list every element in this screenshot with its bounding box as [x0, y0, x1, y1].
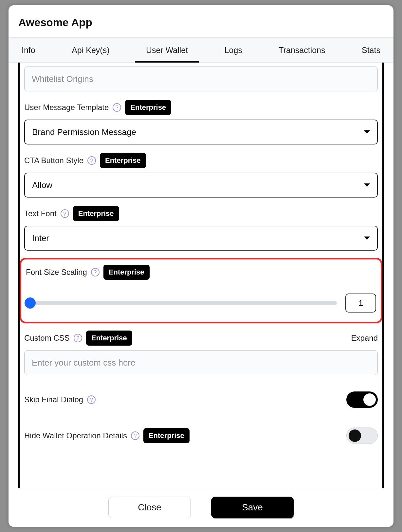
font-size-scaling-slider[interactable] [26, 301, 337, 305]
tab-api-keys[interactable]: Api Key(s) [70, 38, 111, 62]
label-row: Hide Wallet Operation Details ? Enterpri… [24, 428, 190, 443]
select-value: Allow [32, 180, 52, 190]
help-icon[interactable]: ? [61, 209, 69, 218]
modal-backdrop: Awesome App Info Api Key(s) User Wallet … [0, 0, 402, 532]
enterprise-badge: Enterprise [86, 331, 132, 346]
label-row: Skip Final Dialog ? [24, 395, 96, 404]
chevron-down-icon [364, 183, 370, 187]
skip-final-dialog-toggle[interactable] [346, 391, 378, 408]
enterprise-badge: Enterprise [125, 100, 171, 115]
modal-header: Awesome App [9, 5, 393, 37]
enterprise-badge: Enterprise [103, 265, 150, 280]
close-button[interactable]: Close [108, 497, 191, 518]
content-area: User Message Template ? Enterprise Brand… [9, 63, 393, 488]
tab-info[interactable]: Info [20, 38, 37, 62]
highlighted-region: Font Size Scaling ? Enterprise 1 [20, 258, 382, 323]
field-label: Font Size Scaling [26, 268, 87, 277]
tabs-bar: Info Api Key(s) User Wallet Logs Transac… [9, 37, 393, 63]
enterprise-badge: Enterprise [73, 206, 119, 221]
tab-stats[interactable]: Stats [360, 38, 382, 62]
help-icon[interactable]: ? [87, 395, 96, 404]
field-skip-final-dialog: Skip Final Dialog ? [24, 391, 378, 408]
label-row: Text Font ? Enterprise [24, 206, 378, 221]
modal-title: Awesome App [18, 16, 384, 29]
toggle-knob [363, 393, 376, 406]
label-row: CTA Button Style ? Enterprise [24, 153, 378, 168]
help-icon[interactable]: ? [131, 431, 139, 440]
enterprise-badge: Enterprise [143, 428, 190, 443]
field-hide-wallet-op-details: Hide Wallet Operation Details ? Enterpri… [24, 428, 378, 444]
text-font-select[interactable]: Inter [24, 226, 378, 251]
save-button[interactable]: Save [211, 497, 294, 518]
font-size-scaling-value[interactable]: 1 [345, 294, 376, 313]
user-message-template-select[interactable]: Brand Permission Message [24, 120, 378, 144]
font-size-scaling-slider-row: 1 [26, 294, 376, 313]
label-row: Custom CSS ? Enterprise Expand [24, 331, 378, 346]
chevron-down-icon [364, 237, 370, 240]
hide-wallet-op-toggle[interactable] [346, 428, 378, 444]
help-icon[interactable]: ? [87, 156, 96, 165]
field-user-message-template: User Message Template ? Enterprise Brand… [24, 100, 378, 144]
label-row: Font Size Scaling ? Enterprise [26, 265, 376, 280]
settings-modal: Awesome App Info Api Key(s) User Wallet … [9, 5, 393, 527]
toggle-knob [349, 429, 361, 442]
tab-logs[interactable]: Logs [223, 38, 244, 62]
field-label: Hide Wallet Operation Details [24, 431, 127, 440]
enterprise-badge: Enterprise [100, 153, 146, 168]
whitelist-origins-input[interactable] [24, 66, 378, 91]
field-label: Text Font [24, 209, 57, 218]
chevron-down-icon [364, 130, 370, 134]
tab-transactions[interactable]: Transactions [277, 38, 326, 62]
content-scroll[interactable]: User Message Template ? Enterprise Brand… [18, 63, 384, 488]
field-label: User Message Template [24, 103, 109, 112]
field-text-font: Text Font ? Enterprise Inter [24, 206, 378, 251]
custom-css-input[interactable] [24, 350, 378, 375]
label-row: User Message Template ? Enterprise [24, 100, 378, 115]
tab-user-wallet[interactable]: User Wallet [145, 38, 189, 62]
slider-thumb[interactable] [25, 297, 36, 309]
field-label: Skip Final Dialog [24, 395, 83, 404]
help-icon[interactable]: ? [113, 103, 121, 112]
field-custom-css: Custom CSS ? Enterprise Expand [24, 331, 378, 375]
field-label: CTA Button Style [24, 156, 83, 165]
select-value: Brand Permission Message [32, 127, 136, 137]
field-cta-button-style: CTA Button Style ? Enterprise Allow [24, 153, 378, 198]
help-icon[interactable]: ? [91, 268, 100, 276]
expand-link[interactable]: Expand [351, 333, 378, 343]
modal-footer: Close Save [9, 488, 393, 527]
select-value: Inter [32, 233, 49, 243]
cta-button-style-select[interactable]: Allow [24, 173, 378, 198]
field-label: Custom CSS [24, 333, 70, 343]
help-icon[interactable]: ? [74, 334, 82, 342]
